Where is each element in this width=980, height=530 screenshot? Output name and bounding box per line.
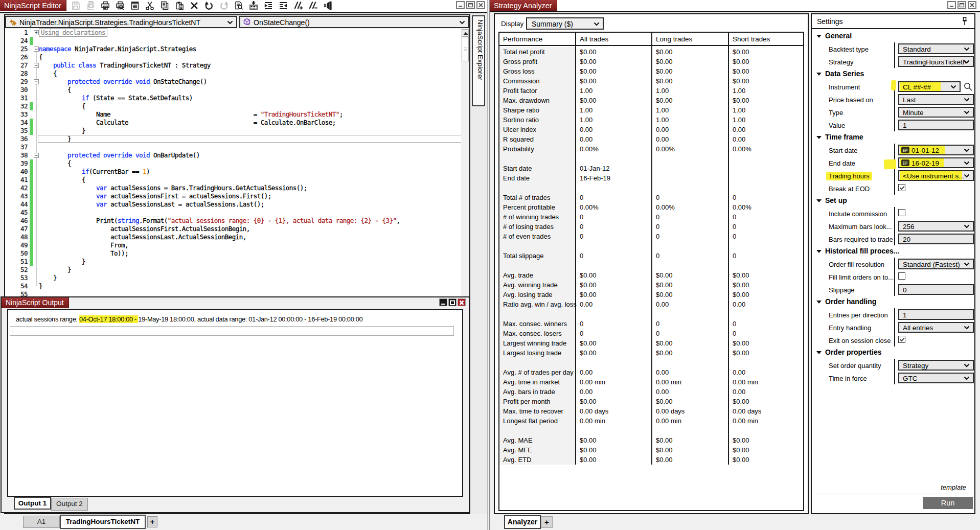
metric-value: 0 (729, 222, 806, 232)
strategy-dropdown[interactable]: TradingHoursTicketNT (898, 56, 974, 67)
line-number: 45 (5, 209, 28, 217)
print-preview-icon[interactable] (115, 1, 125, 11)
fold-toggle-icon[interactable]: − (34, 153, 39, 158)
settings-section-general[interactable]: General (812, 30, 974, 42)
template-link[interactable]: template (941, 483, 966, 491)
print-icon[interactable] (100, 1, 110, 11)
tab-output-2[interactable]: Output 2 (51, 498, 88, 511)
settings-row: InstrumentCL ##-## (812, 80, 974, 93)
metric-value: $0.00 (652, 445, 729, 455)
change-bar (30, 192, 33, 200)
scroll-up-icon[interactable] (462, 29, 469, 37)
fill-limit-orders-on-to--checkbox[interactable] (898, 272, 905, 280)
maximum-bars-look--dropdown[interactable]: 256 (898, 221, 974, 232)
close-icon[interactable] (458, 298, 466, 306)
search-icon[interactable] (963, 82, 973, 91)
tab-tradinghoursticketnt[interactable]: TradingHoursTicketNT (60, 515, 146, 529)
paste-icon[interactable] (174, 1, 185, 11)
fold-toggle-icon[interactable]: − (34, 47, 39, 52)
table-row: Avg. ETD$0.00$0.00$0.00 (499, 455, 803, 465)
metric-label: Gross loss (499, 66, 575, 76)
display-dropdown[interactable]: Summary ($) (526, 17, 604, 30)
settings-section-set-up[interactable]: Set up (812, 195, 974, 207)
type-dropdown[interactable]: Minute (898, 107, 974, 118)
metric-value: 0.00% (729, 202, 806, 212)
output-command-input[interactable] (10, 326, 454, 336)
ninjascript-explorer-tab[interactable]: NinjaScript Explorer (472, 15, 485, 106)
include-commission-checkbox[interactable] (898, 209, 905, 216)
settings-section-data-series[interactable]: Data Series (812, 68, 974, 80)
backtest-type-dropdown[interactable]: Standard (898, 43, 974, 54)
start-date-dropdown[interactable]: 01-01-12 (898, 145, 974, 155)
change-bar (30, 176, 33, 184)
method-selector-dropdown[interactable]: * OnStateChange() (239, 16, 469, 28)
fold-toggle-icon[interactable]: − (34, 79, 39, 84)
save-all-icon[interactable] (85, 1, 96, 11)
entry-handling-dropdown[interactable]: All entries (898, 322, 974, 333)
find-icon[interactable] (234, 1, 244, 11)
minimize-icon[interactable] (947, 1, 956, 9)
undo-icon[interactable] (204, 1, 214, 11)
value-input[interactable]: 1 (898, 120, 974, 130)
indent-icon[interactable] (278, 1, 288, 11)
settings-section-order-handling[interactable]: Order handling (812, 296, 974, 308)
uncomment-icon[interactable] (308, 1, 318, 11)
comment-icon[interactable] (293, 1, 303, 11)
instrument-dropdown[interactable]: CL ##-## (898, 81, 961, 92)
speaker-icon[interactable] (323, 1, 333, 11)
redo-icon[interactable] (219, 1, 229, 11)
settings-section-historical-fill-proces-[interactable]: Historical fill proces... (812, 245, 974, 258)
cut-icon[interactable] (145, 1, 155, 11)
outdent-icon[interactable] (263, 1, 274, 11)
metric-label: Gross profit (499, 57, 575, 66)
tab-analyzer[interactable]: Analyzer (504, 515, 541, 529)
compile-icon[interactable] (248, 1, 259, 11)
maximize-icon[interactable] (958, 1, 966, 9)
delete-icon[interactable] (189, 1, 199, 11)
code-line-40: 40 if(CurrentBar == 1) (5, 168, 461, 176)
settings-section-time-frame[interactable]: Time frame (812, 131, 974, 144)
close-icon[interactable] (476, 1, 485, 9)
setting-label: Order fill resolution (829, 261, 884, 268)
minimize-icon[interactable] (456, 1, 465, 9)
close-icon[interactable] (968, 1, 976, 9)
properties-icon[interactable] (130, 1, 140, 11)
fold-toggle-icon[interactable]: + (34, 30, 39, 35)
set-order-quantity-dropdown[interactable]: Strategy (898, 360, 974, 371)
slippage-input[interactable]: 0 (898, 284, 974, 295)
trading-hours-dropdown[interactable]: <Use instrument s... (898, 170, 974, 181)
fold-toggle-icon[interactable]: − (34, 63, 39, 68)
class-selector-dropdown[interactable]: NinjaTrader.NinjaScript.Strategies.Tradi… (5, 16, 237, 28)
bars-required-to-trade-input[interactable]: 20 (898, 234, 974, 244)
metric-value: 0.00 min (729, 416, 806, 426)
line-number: 34 (5, 119, 28, 127)
scrollbar-thumb[interactable] (462, 37, 469, 61)
add-tab-button[interactable]: + (541, 516, 553, 528)
add-tab-button[interactable]: + (147, 516, 157, 527)
display-dropdown-value: Summary ($) (532, 19, 590, 29)
highlighted-output-text: 04-Oct-17 18:00:00 - (79, 315, 138, 323)
order-fill-resolution-dropdown[interactable]: Standard (Fastest) (898, 259, 974, 269)
settings-section-order-properties[interactable]: Order properties (812, 347, 974, 359)
metric-value: $0.00 (729, 290, 806, 299)
collapsed-region[interactable]: Using declarations (39, 28, 107, 37)
time-in-force-dropdown[interactable]: GTC (898, 373, 974, 383)
minimize-icon[interactable] (439, 298, 447, 306)
table-row: Max. drawdown$0.00$0.00$0.00 (499, 96, 803, 105)
metric-value: 0.00 min (652, 377, 729, 387)
copy-icon[interactable] (159, 1, 170, 11)
setting-label: Entry handling (829, 324, 871, 332)
exit-on-session-close-checkbox[interactable] (898, 336, 905, 343)
maximize-icon[interactable] (466, 1, 475, 9)
maximize-icon[interactable] (448, 298, 457, 306)
change-bar (30, 102, 33, 110)
tab-output-1[interactable]: Output 1 (14, 497, 51, 510)
tab-a1[interactable]: A1 (23, 516, 60, 528)
save-icon[interactable] (71, 1, 81, 11)
run-button[interactable]: Run (923, 497, 973, 509)
pin-icon[interactable] (962, 17, 968, 26)
break-at-eod-checkbox[interactable] (898, 184, 905, 191)
entries-per-direction-input[interactable]: 1 (898, 309, 974, 320)
price-based-on-dropdown[interactable]: Last (898, 94, 974, 105)
end-date-dropdown[interactable]: 16-02-19 (898, 157, 974, 168)
